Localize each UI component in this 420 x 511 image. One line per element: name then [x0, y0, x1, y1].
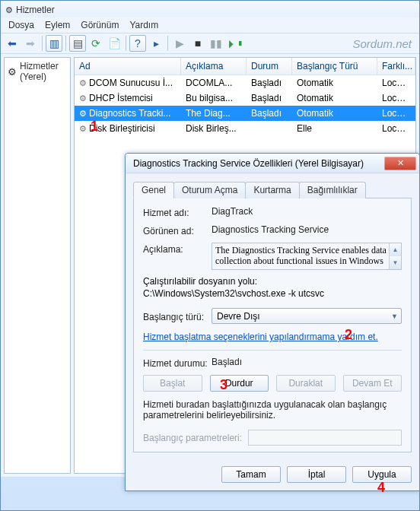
menu-help[interactable]: Yardım [129, 20, 158, 30]
label-start-params: Başlangıç parametreleri: [143, 433, 242, 443]
label-display-name: Görünen ad: [143, 224, 212, 236]
gear-icon: ⚙ [8, 66, 17, 78]
tab-general[interactable]: Genel [133, 182, 174, 198]
table-row-selected[interactable]: ⚙Diagnostics Tracki... The Diag... Başla… [75, 106, 415, 121]
col-name[interactable]: Ad [75, 58, 181, 75]
action-icon[interactable]: ▸ [148, 35, 164, 52]
start-params-input [248, 430, 402, 446]
col-startup[interactable]: Başlangıç Türü [292, 58, 377, 75]
apply-button[interactable]: Uygula [352, 466, 412, 483]
dialog-tabs: Genel Oturum Açma Kurtarma Bağımlılıklar [133, 181, 412, 198]
grid-header: Ad Açıklama Durum Başlangıç Türü Farklı.… [75, 58, 415, 75]
label-service-status: Hizmet durumu: [143, 357, 212, 369]
pause-icon[interactable]: ▮▮ [208, 35, 224, 52]
tree-root[interactable]: ⚙ Hizmetler (Yerel) [8, 61, 67, 82]
value-service-status: Başladı [212, 357, 402, 367]
table-row[interactable]: ⚙DCOM Sunucusu İ... DCOMLA... Başladı Ot… [75, 75, 415, 90]
gear-icon: ⚙ [79, 78, 87, 88]
desc-down-icon[interactable]: ▼ [389, 256, 401, 269]
col-status[interactable]: Durum [247, 58, 292, 75]
show-hide-tree-icon[interactable]: ▥ [46, 35, 62, 52]
restart-icon[interactable]: ⏵▮ [226, 35, 243, 52]
col-logon[interactable]: Farklı... [377, 58, 415, 75]
gear-icon: ⚙ [79, 94, 87, 103]
watermark: Sordum.net [352, 37, 412, 50]
ok-button[interactable]: Tamam [221, 466, 281, 483]
start-button: Başlat [143, 375, 202, 392]
label-exe-path: Çalıştırılabilir dosyanın yolu: [143, 276, 402, 287]
services-icon: ⚙ [5, 5, 13, 15]
refresh-icon[interactable]: ⟳ [88, 35, 104, 52]
tree-root-label: Hizmetler (Yerel) [20, 61, 67, 82]
stop-icon[interactable]: ■ [189, 35, 206, 52]
startup-type-value: Devre Dışı [217, 311, 260, 322]
forward-icon[interactable]: ➡ [22, 35, 39, 52]
export-list-icon[interactable]: 📄 [106, 35, 123, 52]
table-row[interactable]: ⚙DHCP İstemcisi Bu bilgisa... Başladı Ot… [75, 90, 415, 106]
tab-logon[interactable]: Oturum Açma [173, 182, 246, 198]
properties-dialog: Diagnostics Tracking Service Özellikleri… [125, 153, 420, 491]
menu-view[interactable]: Görünüm [81, 20, 119, 30]
cancel-button[interactable]: İptal [287, 466, 346, 483]
help-icon[interactable]: ? [129, 35, 146, 52]
startup-type-combo[interactable]: Devre Dışı ▼ [212, 308, 402, 324]
value-service-name: DiagTrack [212, 206, 402, 217]
value-display-name: Diagnostics Tracking Service [212, 224, 402, 235]
titlebar: ⚙ Hizmetler [1, 1, 419, 17]
stop-button[interactable]: Durdur [210, 375, 269, 392]
value-exe-path: C:\Windows\System32\svchost.exe -k utcsv… [143, 288, 402, 299]
label-service-name: Hizmet adı: [143, 206, 212, 218]
help-configure-link[interactable]: Hizmet başlatma seçeneklerini yapılandır… [143, 330, 402, 344]
dialog-title: Diagnostics Tracking Service Özellikleri… [133, 158, 364, 169]
gear-icon: ⚙ [79, 124, 87, 134]
close-button[interactable]: ✕ [384, 157, 416, 170]
window-title: Hizmetler [16, 5, 55, 15]
description-box: The Diagnostics Tracking Service enables… [212, 243, 402, 270]
chevron-down-icon: ▼ [391, 313, 398, 320]
tab-dependencies[interactable]: Bağımlılıklar [299, 182, 366, 198]
menu-action[interactable]: Eylem [45, 20, 70, 30]
label-startup-type: Başlangıç türü: [143, 310, 212, 322]
properties-icon[interactable]: ▤ [69, 35, 86, 52]
gear-icon: ⚙ [79, 109, 87, 119]
table-row[interactable]: ⚙Disk Birleştiricisi Disk Birleş... Elle… [75, 121, 415, 136]
resume-button: Devam Et [343, 375, 402, 392]
toolbar: ⬅ ➡ ▥ ▤ ⟳ 📄 ? ▸ ▶ ■ ▮▮ ⏵▮ Sordum.net [1, 33, 419, 54]
label-description: Açıklama: [143, 243, 212, 255]
note-text: Hizmeti buradan başlattığınızda uygulana… [143, 399, 402, 421]
pause-button: Duraklat [276, 375, 336, 392]
back-icon[interactable]: ⬅ [4, 35, 21, 52]
play-icon[interactable]: ▶ [171, 35, 188, 52]
desc-up-icon[interactable]: ▲ [389, 243, 401, 256]
col-description[interactable]: Açıklama [181, 58, 247, 75]
tree-pane: ⚙ Hizmetler (Yerel) [4, 57, 71, 474]
tab-recovery[interactable]: Kurtarma [245, 182, 299, 198]
menu-file[interactable]: Dosya [8, 20, 34, 30]
menubar: Dosya Eylem Görünüm Yardım [1, 17, 419, 33]
